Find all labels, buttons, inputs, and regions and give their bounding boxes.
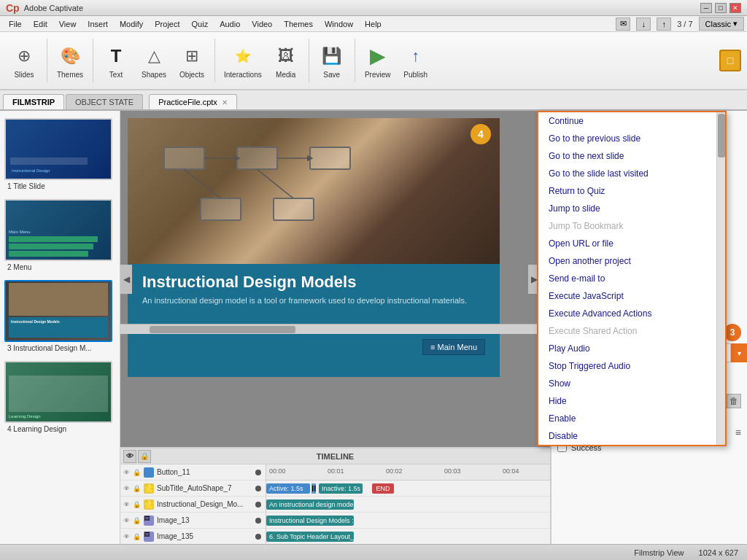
tab-object-state[interactable]: OBJECT STATE [66, 94, 143, 109]
toolbar-sep-5 [355, 39, 355, 82]
slide-thumb-2[interactable]: Main Menu 2 Menu [3, 198, 117, 273]
dropdown-item-open-url[interactable]: Open URL or file [538, 235, 725, 252]
dropdown-item-send-email[interactable]: Send e-mail to [538, 270, 725, 287]
shortcut-delete-btn[interactable]: 🗑 [727, 394, 741, 408]
menu-audio[interactable]: Audio [214, 18, 246, 30]
track-3-dot[interactable] [255, 518, 261, 524]
toolbar-action-btn[interactable]: □ [719, 50, 741, 71]
menu-project[interactable]: Project [149, 18, 185, 30]
menu-help[interactable]: Help [359, 18, 387, 30]
display-settings-icon[interactable]: ≡ [735, 427, 741, 438]
track-0-lock[interactable]: 🔒 [133, 469, 141, 476]
menu-insert[interactable]: Insert [82, 18, 114, 30]
main-area: Instructional Design 1 Title Slide Main … [0, 111, 747, 560]
dropdown-item-return-quiz[interactable]: Return to Quiz [538, 182, 725, 200]
dropdown-item-exec-advanced[interactable]: Execute Advanced Actions [538, 305, 725, 322]
dropdown-item-continue[interactable]: Continue [538, 112, 725, 130]
menu-modify[interactable]: Modify [114, 18, 149, 30]
track-4-eye[interactable]: 👁 [123, 533, 130, 540]
upload-icon: ↑ [657, 18, 671, 31]
track-bar-0-active[interactable]: Active: 1.5s [266, 483, 310, 494]
toolbar-preview[interactable]: ▶ Preview [360, 40, 396, 82]
track-row-0[interactable]: 👁 🔒 Button_11 [120, 464, 266, 481]
track-1-icon: ⭐ [144, 483, 154, 494]
dimensions-label: 1024 x 627 [699, 548, 738, 557]
track-1-lock[interactable]: 🔒 [133, 485, 141, 492]
app-title: Adobe Captivate [24, 4, 83, 12]
track-bar-3[interactable]: 6. Sub Topic Header Layout_2-assets-02:3… [266, 532, 354, 542]
menu-quiz[interactable]: Quiz [186, 18, 214, 30]
dropdown-item-show[interactable]: Show [538, 375, 725, 392]
toolbar-save[interactable]: 💾 Save [314, 40, 350, 82]
preview-icon: ▶ [365, 43, 391, 69]
main-menu-button[interactable]: ≡ Main Menu [422, 339, 485, 355]
toolbar-sep-2 [93, 39, 93, 82]
track-1-eye[interactable]: 👁 [123, 485, 130, 492]
menu-window[interactable]: Window [319, 18, 359, 30]
toolbar-text[interactable]: T Text [98, 40, 134, 82]
toolbar-media[interactable]: 🖼 Media [268, 40, 304, 82]
dropdown-item-open-project[interactable]: Open another project [538, 252, 725, 270]
horizontal-scrollbar[interactable] [120, 324, 540, 334]
track-2-lock[interactable]: 🔒 [133, 501, 141, 508]
track-1-dot[interactable] [255, 486, 261, 491]
mode-selector[interactable]: Classic ▾ [699, 17, 744, 31]
menu-themes[interactable]: Themes [278, 18, 319, 30]
toolbar-publish[interactable]: ↑ Publish [398, 40, 434, 82]
canvas-nav-left[interactable]: ◀ [120, 265, 132, 294]
notification-icon[interactable]: ✉ [616, 18, 630, 31]
track-row-1[interactable]: 👁 🔒 ⭐ SubTitle_AutoShape_7 [120, 481, 266, 497]
menu-edit[interactable]: Edit [28, 18, 53, 30]
minimize-button[interactable]: ─ [700, 3, 712, 13]
track-0-eye[interactable]: 👁 [123, 469, 130, 476]
track-bar-1[interactable]: An instructional design model is a tool … [266, 499, 354, 510]
toolbar-themes[interactable]: 🎨 Themes [52, 40, 88, 82]
track-2-eye[interactable]: 👁 [123, 501, 130, 508]
file-tab-close[interactable]: ✕ [222, 98, 228, 106]
menu-file[interactable]: File [3, 18, 28, 30]
dropdown-scrollbar[interactable] [716, 112, 725, 445]
menu-view[interactable]: View [53, 18, 82, 30]
dropdown-item-prev-slide[interactable]: Go to the previous slide [538, 130, 725, 147]
track-bar-2[interactable]: Instructional Design Models :Display for… [266, 516, 354, 526]
maximize-button[interactable]: □ [715, 3, 727, 13]
toolbar-interactions[interactable]: ⭐ Interactions [220, 40, 266, 82]
track-3-lock[interactable]: 🔒 [133, 517, 141, 524]
toolbar-objects[interactable]: ⊞ Objects [174, 40, 210, 82]
track-3-eye[interactable]: 👁 [123, 517, 130, 524]
slide-thumb-1[interactable]: Instructional Design 1 Title Slide [3, 117, 117, 192]
toolbar-slides[interactable]: ⊕ Slides [6, 40, 42, 82]
dropdown-item-disable[interactable]: Disable [538, 427, 725, 445]
menu-video[interactable]: Video [246, 18, 278, 30]
track-0-dot[interactable] [255, 470, 261, 475]
file-tab[interactable]: PracticeFile.cptx ✕ [149, 94, 237, 109]
track-2-dot[interactable] [255, 502, 261, 508]
download-icon[interactable]: ↓ [636, 18, 651, 31]
tl-eye-btn[interactable]: 👁 [123, 450, 136, 463]
toolbar-shapes[interactable]: △ Shapes [136, 40, 172, 82]
dropdown-item-hide[interactable]: Hide [538, 392, 725, 410]
ruler-tick-2: 00:02 [383, 464, 441, 475]
dropdown-item-last-visited[interactable]: Go to the slide last visited [538, 165, 725, 182]
dropdown-item-play-audio[interactable]: Play Audio [538, 340, 725, 357]
title-bar-left: Cp Adobe Captivate [6, 2, 83, 14]
dropdown-item-stop-audio[interactable]: Stop Triggered Audio [538, 357, 725, 375]
slide-thumb-4[interactable]: Learning Design 4 Learning Design [3, 359, 117, 435]
dropdown-item-next-slide[interactable]: Go to the next slide [538, 147, 725, 165]
track-row-3[interactable]: 👁 🔒 🖼 Image_13 [120, 513, 266, 529]
slide-bg: 4 [128, 118, 500, 264]
toolbar-action-icon: □ [727, 55, 733, 66]
slide-thumb-3[interactable]: Instructional Design Models 3 Instructio… [3, 279, 117, 354]
close-button[interactable]: ✕ [729, 3, 741, 13]
track-bar-0-inactive[interactable]: Inactive: 1.5s [319, 483, 363, 494]
dropdown-item-jump-slide[interactable]: Jump to slide [538, 200, 725, 217]
track-4-lock[interactable]: 🔒 [133, 533, 141, 540]
tab-filmstrip[interactable]: FILMSTRIP [3, 94, 64, 109]
track-4-dot[interactable] [255, 534, 261, 540]
dropdown-item-exec-js[interactable]: Execute JavaScript [538, 287, 725, 305]
svg-line-7 [184, 169, 220, 198]
tl-lock-btn[interactable]: 🔒 [138, 450, 151, 463]
dropdown-item-enable[interactable]: Enable [538, 410, 725, 427]
track-row-2[interactable]: 👁 🔒 ⭐ Instructional_Design_Mo... [120, 497, 266, 513]
track-row-4[interactable]: 👁 🔒 🖼 Image_135 [120, 529, 266, 545]
